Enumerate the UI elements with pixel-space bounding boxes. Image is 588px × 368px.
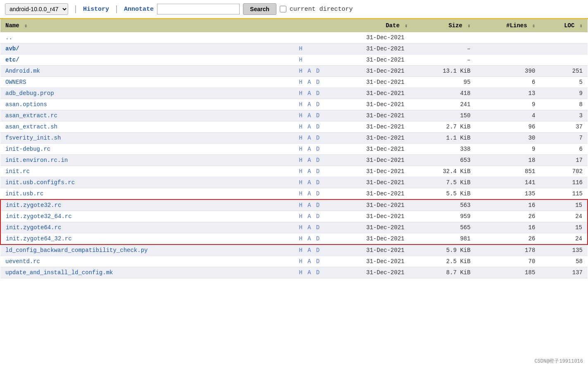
file-loc: 9 — [540, 88, 588, 99]
file-loc: 8 — [540, 99, 588, 110]
file-date: 31-Dec-2021 — [327, 121, 413, 133]
file-name[interactable]: init.zygote32_64.rc — [0, 211, 294, 222]
file-loc: 116 — [540, 177, 588, 188]
table-row: asan.optionsH A D31-Dec-202124198 — [0, 99, 588, 110]
file-name[interactable]: init.environ.rc.in — [0, 155, 294, 166]
file-name[interactable]: .. — [0, 32, 294, 43]
col-size[interactable]: Size ⇕ — [413, 19, 476, 32]
file-flags: H A D — [294, 188, 327, 200]
file-name[interactable]: etc/ — [0, 55, 294, 66]
file-flags: H A D — [294, 121, 327, 133]
file-name[interactable]: init.rc — [0, 166, 294, 177]
file-date: 31-Dec-2021 — [327, 177, 413, 188]
file-loc — [540, 32, 588, 43]
file-flags: H A D — [294, 88, 327, 99]
file-size: 5.5 KiB — [413, 188, 476, 200]
annotate-link[interactable]: Annotate — [124, 6, 154, 13]
file-name[interactable]: asan_extract.rc — [0, 110, 294, 121]
file-date: 31-Dec-2021 — [327, 110, 413, 121]
table-row: OWNERSH A D31-Dec-20219565 — [0, 77, 588, 88]
file-loc: 702 — [540, 166, 588, 177]
file-lines: 390 — [476, 66, 540, 77]
file-flags: H A D — [294, 144, 327, 155]
file-name[interactable]: fsverity_init.sh — [0, 133, 294, 144]
file-name[interactable]: init.zygote32.rc — [0, 199, 294, 211]
file-name[interactable]: Android.mk — [0, 66, 294, 77]
file-lines: 26 — [476, 211, 540, 222]
file-flags: H A D — [294, 133, 327, 144]
table-row: adb_debug.propH A D31-Dec-2021418139 — [0, 88, 588, 99]
search-input[interactable] — [157, 4, 240, 14]
file-loc: 6 — [540, 144, 588, 155]
file-size: 418 — [413, 88, 476, 99]
file-flags: H A D — [294, 155, 327, 166]
file-date: 31-Dec-2021 — [327, 199, 413, 211]
file-name[interactable]: init.usb.rc — [0, 188, 294, 200]
file-name[interactable]: asan_extract.sh — [0, 121, 294, 133]
sort-arrow-size: ⇕ — [467, 23, 470, 29]
file-loc: 24 — [540, 233, 588, 245]
table-row: init-debug.rcH A D31-Dec-202133896 — [0, 144, 588, 155]
file-name[interactable]: init.zygote64.rc — [0, 222, 294, 233]
file-name[interactable]: init.usb.configfs.rc — [0, 177, 294, 188]
history-link[interactable]: History — [83, 6, 109, 13]
table-row: init.usb.rcH A D31-Dec-20215.5 KiB135115 — [0, 188, 588, 200]
col-name[interactable]: Name ⇕ — [0, 19, 294, 32]
file-flags: H A D — [294, 99, 327, 110]
file-flags: H A D — [294, 256, 327, 267]
file-loc: 135 — [540, 245, 588, 256]
file-date: 31-Dec-2021 — [327, 88, 413, 99]
file-table: Name ⇕ Date ⇕ Size ⇕ #Lines ⇕ LOC ⇕ ..31… — [0, 19, 588, 278]
col-loc[interactable]: LOC ⇕ — [540, 19, 588, 32]
file-lines: 851 — [476, 166, 540, 177]
file-flags: H — [294, 43, 327, 55]
col-lines[interactable]: #Lines ⇕ — [476, 19, 540, 32]
file-lines: 26 — [476, 233, 540, 245]
file-flags — [294, 32, 327, 43]
file-name[interactable]: update_and_install_ld_config.mk — [0, 267, 294, 278]
file-loc: 251 — [540, 66, 588, 77]
file-name[interactable]: init-debug.rc — [0, 144, 294, 155]
file-size: 5.9 KiB — [413, 245, 476, 256]
toolbar: android-10.0.0_r47 | History | Annotate … — [0, 0, 588, 19]
file-size: 241 — [413, 99, 476, 110]
file-name[interactable]: init.zygote64_32.rc — [0, 233, 294, 245]
file-name[interactable]: OWNERS — [0, 77, 294, 88]
file-name[interactable]: adb_debug.prop — [0, 88, 294, 99]
file-name[interactable]: ueventd.rc — [0, 256, 294, 267]
file-name[interactable]: asan.options — [0, 99, 294, 110]
file-lines: 4 — [476, 110, 540, 121]
file-flags: H A D — [294, 66, 327, 77]
file-loc: 58 — [540, 256, 588, 267]
file-size: 981 — [413, 233, 476, 245]
file-date: 31-Dec-2021 — [327, 222, 413, 233]
file-name[interactable]: ld_config_backward_compatibility_check.p… — [0, 245, 294, 256]
file-flags: H A D — [294, 267, 327, 278]
file-flags: H A D — [294, 77, 327, 88]
file-lines: 16 — [476, 222, 540, 233]
file-loc: 115 — [540, 188, 588, 200]
file-date: 31-Dec-2021 — [327, 77, 413, 88]
file-lines — [476, 43, 540, 55]
file-flags: H — [294, 55, 327, 66]
col-flags — [294, 19, 327, 32]
file-size: 959 — [413, 211, 476, 222]
file-lines: 178 — [476, 245, 540, 256]
file-loc — [540, 55, 588, 66]
table-row: fsverity_init.shH A D31-Dec-20211.1 KiB3… — [0, 133, 588, 144]
file-date: 31-Dec-2021 — [327, 267, 413, 278]
file-date: 31-Dec-2021 — [327, 233, 413, 245]
version-select[interactable]: android-10.0.0_r47 — [5, 3, 68, 15]
file-lines: 70 — [476, 256, 540, 267]
file-flags: H A D — [294, 233, 327, 245]
file-date: 31-Dec-2021 — [327, 245, 413, 256]
col-date[interactable]: Date ⇕ — [327, 19, 413, 32]
file-name[interactable]: avb/ — [0, 43, 294, 55]
table-row: etc/H31-Dec-2021– — [0, 55, 588, 66]
file-date: 31-Dec-2021 — [327, 256, 413, 267]
file-lines: 18 — [476, 155, 540, 166]
file-size: 338 — [413, 144, 476, 155]
table-row: init.zygote64.rcH A D31-Dec-20215651615 — [0, 222, 588, 233]
search-button[interactable]: Search — [243, 3, 276, 15]
current-dir-checkbox[interactable] — [280, 6, 286, 12]
